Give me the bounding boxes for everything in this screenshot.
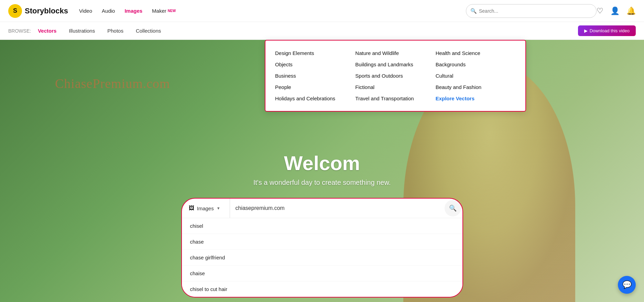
dropdown-business[interactable]: Business — [275, 70, 355, 81]
browse-vectors[interactable]: Vectors — [38, 28, 56, 34]
dropdown-backgrounds[interactable]: Backgrounds — [436, 59, 516, 70]
hero-title: Welcom — [253, 152, 391, 175]
download-icon: ▶ — [584, 28, 588, 33]
logo-icon: S — [8, 4, 22, 18]
hero-search-row: 🖼 Images ▼ 🔍 — [182, 199, 462, 218]
hero-image-icon: 🖼 — [189, 205, 194, 211]
main-nav: Video Audio Images Maker NEW — [79, 8, 466, 14]
download-video-button[interactable]: ▶ Download this video — [578, 25, 636, 36]
browse-links: Vectors Illustrations Photos Collections — [38, 28, 161, 34]
heart-icon[interactable]: ♡ — [597, 7, 603, 15]
browse-bar: BROWSE: Vectors Illustrations Photos Col… — [0, 22, 644, 40]
dropdown-sports[interactable]: Sports and Outdoors — [355, 70, 435, 81]
dropdown-buildings[interactable]: Buildings and Landmarks — [355, 59, 435, 70]
dropdown-objects[interactable]: Objects — [275, 59, 355, 70]
main-header: S Storyblocks Video Audio Images Maker N… — [0, 0, 644, 22]
nav-images[interactable]: Images — [124, 8, 142, 14]
hero-content: Welcom It's a wonderful day to create so… — [253, 152, 391, 200]
hero-search-button[interactable]: 🔍 — [445, 200, 461, 216]
dropdown-design-elements[interactable]: Design Elements — [275, 47, 355, 59]
logo[interactable]: S Storyblocks — [8, 4, 68, 18]
autocomplete-item-chaise[interactable]: chaise — [182, 266, 462, 281]
chevron-down-icon: ▼ — [217, 206, 220, 210]
chat-button[interactable]: 💬 — [618, 276, 636, 294]
search-icon: 🔍 — [449, 204, 457, 212]
user-icon[interactable]: 👤 — [610, 7, 620, 15]
dropdown-col-3: Health and Science Backgrounds Cultural … — [436, 47, 516, 104]
nav-audio[interactable]: Audio — [102, 8, 115, 14]
dropdown-holidays[interactable]: Holidays and Celebrations — [275, 93, 355, 104]
autocomplete-item-chisel[interactable]: chisel — [182, 218, 462, 234]
hero-search-type-label: Images — [197, 205, 214, 211]
browse-photos[interactable]: Photos — [107, 28, 123, 34]
search-icon: 🔍 — [470, 8, 477, 14]
hero-search-input[interactable] — [230, 205, 445, 211]
dropdown-travel[interactable]: Travel and Transportation — [355, 93, 435, 104]
browse-label: BROWSE: — [8, 28, 31, 34]
dropdown-health[interactable]: Health and Science — [436, 47, 516, 59]
dropdown-grid: Design Elements Objects Business People … — [275, 47, 516, 104]
dropdown-col-2: Nature and Wildlife Buildings and Landma… — [355, 47, 435, 104]
hero-search-container: 🖼 Images ▼ 🔍 chisel chase chase girlfrie… — [181, 198, 463, 298]
dropdown-nature[interactable]: Nature and Wildlife — [355, 47, 435, 59]
header-search-input[interactable] — [479, 8, 592, 14]
browse-collections[interactable]: Collections — [136, 28, 161, 34]
bell-icon[interactable]: 🔔 — [626, 7, 636, 15]
hero-subtitle: It's a wonderful day to create something… — [253, 179, 391, 187]
autocomplete-dropdown: chisel chase chase girlfriend chaise chi… — [182, 218, 462, 297]
header-right-icons: ♡ 👤 🔔 — [597, 7, 636, 15]
dropdown-col-1: Design Elements Objects Business People … — [275, 47, 355, 104]
dropdown-people[interactable]: People — [275, 81, 355, 93]
dropdown-beauty[interactable]: Beauty and Fashion — [436, 81, 516, 93]
autocomplete-item-chase-girlfriend[interactable]: chase girlfriend — [182, 250, 462, 266]
nav-maker[interactable]: Maker NEW — [152, 8, 176, 14]
dropdown-cultural[interactable]: Cultural — [436, 70, 516, 81]
autocomplete-item-chisel-hair[interactable]: chisel to cut hair — [182, 281, 462, 297]
autocomplete-item-chase[interactable]: chase — [182, 234, 462, 250]
dropdown-fictional[interactable]: Fictional — [355, 81, 435, 93]
header-search-box[interactable]: 🔍 — [466, 4, 597, 18]
dropdown-explore-vectors[interactable]: Explore Vectors — [436, 93, 516, 104]
chat-icon: 💬 — [622, 280, 632, 289]
nav-video[interactable]: Video — [79, 8, 92, 14]
browse-illustrations[interactable]: Illustrations — [69, 28, 95, 34]
logo-text: Storyblocks — [25, 7, 68, 15]
vectors-dropdown: Design Elements Objects Business People … — [265, 40, 526, 112]
hero-search-type-selector[interactable]: 🖼 Images ▼ — [182, 199, 230, 218]
